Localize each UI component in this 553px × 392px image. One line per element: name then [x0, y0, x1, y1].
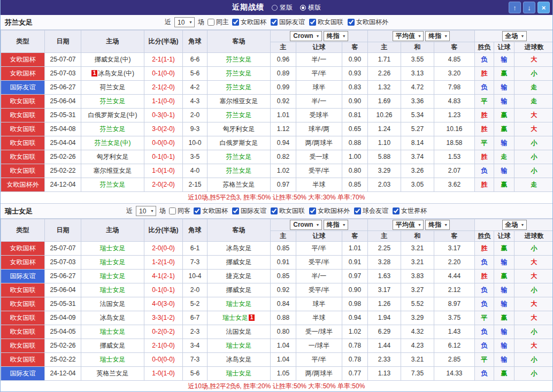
- match-score[interactable]: 2-0(0-0): [144, 242, 183, 256]
- result-scope-select[interactable]: 全场▼: [502, 31, 527, 41]
- match-score[interactable]: 0-1(0-0): [144, 67, 183, 81]
- team-name[interactable]: 芬兰女足: [226, 83, 252, 91]
- league-checkbox[interactable]: [232, 19, 239, 26]
- team-name[interactable]: 法国女足: [226, 328, 252, 335]
- team-name[interactable]: 挪威女足: [226, 258, 252, 266]
- league-checkbox[interactable]: [354, 207, 361, 214]
- close-icon[interactable]: ×: [537, 2, 550, 13]
- team-name[interactable]: 瑞士女足: [100, 244, 126, 252]
- same-venue-filter[interactable]: 同客: [169, 206, 190, 216]
- match-score[interactable]: 1-2(1-0): [144, 256, 183, 270]
- league-checkbox[interactable]: [194, 207, 201, 214]
- team-name[interactable]: 冰岛女足: [226, 356, 252, 363]
- match-score[interactable]: 0-1(0-1): [144, 283, 183, 297]
- euro-source-select[interactable]: 平均值▼: [393, 220, 424, 230]
- asia-period-select[interactable]: 终指▼: [324, 31, 348, 41]
- league-filter[interactable]: 女欧国杯外: [309, 206, 350, 216]
- match-score[interactable]: 0-3(0-1): [144, 109, 183, 122]
- team-name[interactable]: 芬兰女足: [226, 56, 252, 63]
- team-name[interactable]: 瑞士女足: [100, 272, 126, 280]
- match-score[interactable]: 4-1(2-1): [144, 270, 183, 283]
- match-score[interactable]: 2-1(2-0): [144, 81, 183, 95]
- team-name[interactable]: 瑞士女足: [100, 328, 126, 335]
- team-name[interactable]: 白俄罗斯女足: [220, 139, 258, 147]
- move-up-button[interactable]: ↑: [509, 2, 521, 13]
- match-score[interactable]: 2-1(0-0): [144, 339, 183, 353]
- league-checkbox[interactable]: [309, 207, 316, 214]
- league-checkbox[interactable]: [309, 19, 316, 26]
- league-filter[interactable]: 欧女国联: [309, 18, 343, 27]
- team-name[interactable]: 芬兰女足: [100, 125, 126, 133]
- league-filter[interactable]: 女欧国杯外: [348, 18, 388, 27]
- match-score[interactable]: 1-1(0-0): [144, 95, 183, 109]
- team-name[interactable]: 捷克女足: [226, 272, 252, 280]
- team-name[interactable]: 冰岛女足(中): [98, 70, 134, 77]
- team-name[interactable]: 匈牙利女足: [97, 153, 129, 160]
- same-venue-checkbox[interactable]: [208, 19, 214, 26]
- team-name[interactable]: 芬兰女足: [100, 181, 126, 188]
- league-filter[interactable]: 欧女国联: [271, 206, 305, 216]
- match-score[interactable]: 1-0(1-0): [144, 164, 183, 178]
- match-score[interactable]: 0-0(0-0): [144, 353, 183, 367]
- asia-source-select[interactable]: Crown▼: [290, 220, 321, 230]
- match-score[interactable]: 3-3(1-2): [144, 311, 183, 325]
- team-name[interactable]: 挪威女足: [226, 286, 252, 294]
- asia-source-select[interactable]: Crown▼: [290, 31, 321, 41]
- radio-icon[interactable]: [300, 5, 306, 11]
- league-checkbox[interactable]: [348, 19, 355, 26]
- league-checkbox[interactable]: [271, 19, 278, 26]
- team-name[interactable]: 塞尔维亚女足: [220, 97, 258, 105]
- league-checkbox[interactable]: [232, 207, 239, 214]
- league-filter[interactable]: 球会友谊: [354, 206, 388, 216]
- match-score[interactable]: 4-0(3-0): [144, 297, 183, 311]
- match-count-select[interactable]: 10▼: [174, 17, 195, 27]
- move-down-button[interactable]: ↓: [523, 2, 535, 13]
- team-name[interactable]: 英格兰女足: [97, 370, 129, 377]
- layout-option-horizontal[interactable]: 横版: [300, 3, 321, 12]
- asia-period-select[interactable]: 终指▼: [324, 220, 348, 230]
- league-filter[interactable]: 女世界杯: [393, 206, 427, 216]
- result-scope-select[interactable]: 全场▼: [502, 220, 527, 230]
- team-name[interactable]: 挪威女足: [100, 342, 126, 349]
- team-name[interactable]: 瑞士女足: [226, 300, 252, 308]
- team-name[interactable]: 芬兰女足: [226, 70, 252, 77]
- match-score[interactable]: 0-0(0-0): [144, 136, 183, 150]
- league-checkbox[interactable]: [271, 207, 278, 214]
- match-score[interactable]: 0-1(0-1): [144, 150, 183, 164]
- match-score[interactable]: 2-0(2-0): [144, 178, 183, 192]
- team-name[interactable]: 匈牙利女足: [223, 125, 255, 133]
- league-filter[interactable]: 国际友谊: [232, 206, 266, 216]
- match-score[interactable]: 0-2(0-2): [144, 325, 183, 339]
- team-name[interactable]: 芬兰女足: [226, 167, 252, 174]
- team-name[interactable]: 法国女足: [100, 300, 126, 308]
- team-name[interactable]: 瑞士女足: [100, 258, 126, 266]
- team-name[interactable]: 冰岛女足: [226, 244, 252, 252]
- euro-period-select[interactable]: 终指▼: [425, 31, 450, 41]
- league-checkbox[interactable]: [393, 207, 400, 214]
- team-name[interactable]: 塞尔维亚女足: [94, 167, 132, 174]
- match-count-select[interactable]: 10▼: [136, 206, 156, 216]
- team-name[interactable]: 冰岛女足: [100, 314, 126, 321]
- team-name[interactable]: 芬兰女足: [226, 111, 252, 119]
- euro-source-select[interactable]: 平均值▼: [393, 31, 424, 41]
- euro-period-select[interactable]: 终指▼: [425, 220, 450, 230]
- team-name[interactable]: 挪威女足(中): [95, 56, 131, 63]
- team-name[interactable]: 瑞士女足: [100, 356, 126, 363]
- team-name[interactable]: 瑞士女足: [222, 314, 248, 321]
- team-name[interactable]: 荷兰女足: [100, 83, 126, 91]
- team-name[interactable]: 白俄罗斯女足(中): [88, 111, 137, 119]
- team-name[interactable]: 瑞士女足: [226, 342, 252, 349]
- team-name[interactable]: 苏格兰女足: [223, 181, 255, 188]
- radio-icon[interactable]: [272, 5, 278, 11]
- team-name[interactable]: 瑞士女足: [100, 286, 126, 294]
- league-filter[interactable]: 女欧国杯: [194, 206, 228, 216]
- team-name[interactable]: 芬兰女足: [100, 97, 126, 105]
- league-filter[interactable]: 国际友谊: [271, 18, 305, 27]
- match-score[interactable]: 1-0(1-0): [144, 367, 183, 381]
- team-name[interactable]: 芬兰女足: [226, 153, 252, 160]
- same-venue-checkbox[interactable]: [169, 207, 176, 214]
- team-name[interactable]: 芬兰女足(中): [95, 139, 131, 147]
- match-score[interactable]: 2-1(1-1): [144, 53, 183, 67]
- team-name[interactable]: 瑞士女足: [226, 370, 252, 377]
- league-filter[interactable]: 女欧国杯: [232, 18, 266, 27]
